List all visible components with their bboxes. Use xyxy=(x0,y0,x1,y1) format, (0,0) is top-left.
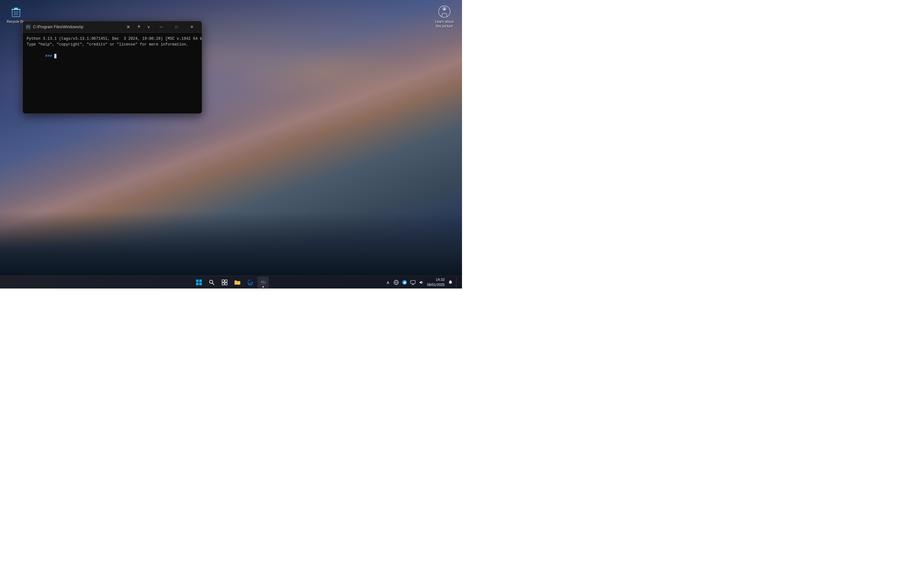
language-icon xyxy=(394,280,399,285)
terminal-body[interactable]: Python 3.13.1 (tags/v3.13.1:0671451, Dec… xyxy=(23,33,202,113)
notifications-button[interactable] xyxy=(447,279,454,285)
recycle-bin-svg xyxy=(10,5,23,18)
tab-dropdown-button[interactable]: ∨ xyxy=(145,23,152,31)
svg-rect-11 xyxy=(196,279,199,282)
task-view-button[interactable] xyxy=(219,277,230,288)
search-icon xyxy=(209,279,215,285)
terminal-taskbar-button[interactable]: PS> xyxy=(257,277,269,288)
svg-rect-1 xyxy=(11,9,21,10)
volume-icon xyxy=(419,280,424,285)
svg-rect-26 xyxy=(411,280,415,284)
terminal-prompt: >>> xyxy=(45,54,55,58)
clock[interactable]: 14:32 08/01/2025 xyxy=(427,277,445,287)
file-explorer-button[interactable] xyxy=(232,277,243,288)
terminal-taskbar-icon: PS> xyxy=(260,279,266,285)
svg-point-6 xyxy=(439,6,450,17)
search-button[interactable] xyxy=(206,277,218,288)
terminal-tab-label: C:\Program Files\WindowsAp xyxy=(33,25,124,29)
telegram-icon xyxy=(402,280,407,285)
new-tab-button[interactable]: + xyxy=(134,23,144,31)
svg-text:PS>: PS> xyxy=(261,281,266,284)
svg-rect-20 xyxy=(225,283,227,285)
file-explorer-icon xyxy=(234,279,241,285)
edge-button[interactable] xyxy=(244,277,256,288)
taskbar-right: ∧ xyxy=(384,277,458,288)
tray-display[interactable] xyxy=(410,279,416,285)
tray-volume[interactable] xyxy=(418,279,425,285)
terminal-line-1: Python 3.13.1 (tags/v3.13.1:0671451, Dec… xyxy=(27,36,198,42)
tray-chevron[interactable]: ∧ xyxy=(384,279,391,285)
svg-rect-2 xyxy=(14,8,18,9)
task-view-icon xyxy=(222,279,228,285)
svg-point-7 xyxy=(443,8,445,10)
desktop: Recycle Bin Learn about this picture PS … xyxy=(0,0,462,288)
terminal-tab-icon: PS xyxy=(25,24,31,30)
svg-line-16 xyxy=(212,283,214,285)
terminal-line-2: Type "help", "copyright", "credits" or "… xyxy=(27,42,198,47)
edge-icon xyxy=(247,279,253,285)
terminal-titlebar: PS C:\Program Files\WindowsAp ✕ + ∨ ─ □ … xyxy=(23,21,202,33)
terminal-prompt-line: >>> xyxy=(27,47,198,65)
maximize-button[interactable]: □ xyxy=(169,22,184,32)
tray-language[interactable] xyxy=(393,279,399,285)
svg-rect-19 xyxy=(222,283,224,285)
svg-rect-18 xyxy=(225,280,227,282)
tab-close-button[interactable]: ✕ xyxy=(125,23,132,31)
clock-time: 14:32 xyxy=(427,277,445,282)
close-button[interactable]: ✕ xyxy=(184,22,199,32)
terminal-window: PS C:\Program Files\WindowsAp ✕ + ∨ ─ □ … xyxy=(23,21,202,114)
show-desktop-button[interactable] xyxy=(456,277,458,288)
notifications-icon xyxy=(448,280,453,285)
start-button[interactable] xyxy=(193,277,205,288)
taskbar-center: PS> xyxy=(193,277,269,288)
svg-text:PS: PS xyxy=(26,25,30,29)
start-icon xyxy=(196,279,202,285)
taskbar: PS> ∧ xyxy=(0,276,462,288)
tray-telegram[interactable] xyxy=(401,279,408,285)
system-tray: ∧ xyxy=(384,279,425,285)
window-controls: ─ □ ✕ xyxy=(153,22,199,32)
svg-rect-14 xyxy=(199,283,202,285)
svg-rect-12 xyxy=(199,279,202,282)
learn-about-label: Learn about this picture xyxy=(435,19,454,29)
learn-about-svg xyxy=(438,5,451,18)
learn-about-picture[interactable]: Learn about this picture xyxy=(430,3,459,31)
svg-rect-13 xyxy=(196,283,199,285)
svg-rect-17 xyxy=(222,280,224,282)
display-icon xyxy=(410,280,415,285)
minimize-button[interactable]: ─ xyxy=(153,22,168,32)
terminal-cursor xyxy=(54,54,57,58)
clock-date: 08/01/2025 xyxy=(427,282,445,287)
